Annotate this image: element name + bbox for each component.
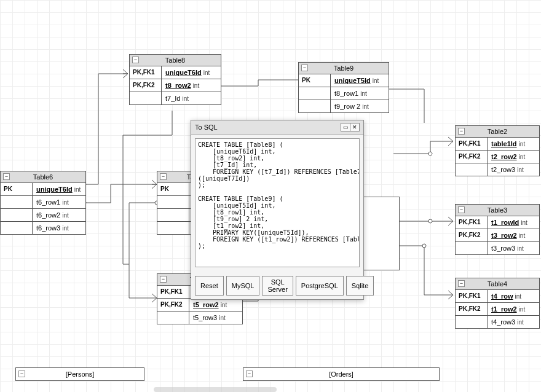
- dialog-titlebar[interactable]: To SQL ▭ ✕: [191, 120, 363, 135]
- sqlserver-button[interactable]: SQL Server: [262, 276, 293, 296]
- entity-persons[interactable]: − [Persons]: [15, 367, 144, 381]
- svg-point-5: [422, 244, 426, 248]
- postgresql-button[interactable]: PostgreSQL: [296, 276, 344, 296]
- minimize-icon[interactable]: ▭: [341, 123, 350, 131]
- entity-label: [Orders]: [329, 370, 353, 378]
- sql-output-textarea[interactable]: [195, 138, 360, 267]
- sqlite-button[interactable]: Sqlite: [346, 276, 374, 296]
- reset-button[interactable]: Reset: [195, 276, 224, 296]
- collapse-icon[interactable]: −: [458, 280, 465, 287]
- to-sql-dialog[interactable]: To SQL ▭ ✕ Reset MySQL SQL Server Postgr…: [191, 120, 364, 300]
- svg-point-3: [428, 152, 432, 155]
- collapse-icon[interactable]: −: [160, 173, 167, 180]
- collapse-icon[interactable]: −: [160, 276, 167, 283]
- collapse-icon[interactable]: −: [18, 370, 25, 377]
- entity-table8[interactable]: −Table8 PK,FK1uniqueT6Id int PK,FK2t8_ro…: [129, 54, 221, 105]
- entity-hidden[interactable]: [363, 197, 400, 270]
- col-cell: uniqueT6Id int: [33, 183, 85, 195]
- horizontal-scrollbar[interactable]: [154, 387, 277, 392]
- entity-table6[interactable]: − Table6 PKuniqueT6Id int t6_row1 int t6…: [0, 171, 86, 235]
- collapse-icon[interactable]: −: [3, 173, 10, 180]
- entity-orders[interactable]: − [Orders]: [243, 367, 440, 381]
- entity-table3[interactable]: −Table3 PK,FK1t1_rowId int PK,FK2t3_row2…: [455, 204, 540, 255]
- key-cell: PK: [1, 183, 33, 195]
- collapse-icon[interactable]: −: [132, 57, 139, 63]
- mysql-button[interactable]: MySQL: [226, 276, 260, 296]
- entity-table4[interactable]: −Table4 PK,FK1t4_row int PK,FK2t1_row2 i…: [455, 278, 540, 329]
- table-title[interactable]: − Table6: [1, 171, 85, 183]
- collapse-icon[interactable]: −: [458, 206, 465, 213]
- svg-point-4: [428, 219, 432, 223]
- collapse-icon[interactable]: −: [458, 128, 465, 135]
- close-icon[interactable]: ✕: [350, 123, 360, 131]
- dialog-title-text: To SQL: [195, 123, 218, 131]
- entity-label: [Persons]: [66, 370, 94, 378]
- collapse-icon[interactable]: −: [246, 370, 253, 377]
- collapse-icon[interactable]: −: [301, 65, 308, 71]
- table-name: Table6: [33, 173, 53, 181]
- entity-table9[interactable]: −Table9 PKuniqueT5Id int t8_row1 int t9_…: [298, 62, 389, 113]
- entity-table2[interactable]: −Table2 PK,FK1table1Id int PK,FK2t2_row2…: [455, 125, 540, 176]
